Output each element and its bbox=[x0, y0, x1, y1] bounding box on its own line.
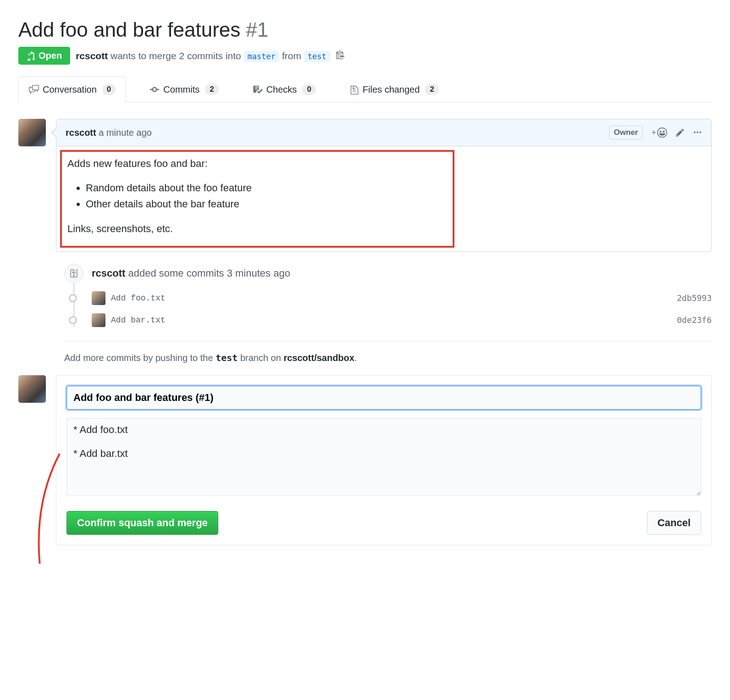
pencil-icon[interactable] bbox=[675, 128, 685, 137]
commit-message[interactable]: Add foo.txt bbox=[111, 294, 671, 303]
commit-message[interactable]: Add bar.txt bbox=[111, 316, 671, 325]
pr-number: #1 bbox=[246, 18, 268, 41]
checklist-icon bbox=[253, 84, 263, 94]
avatar[interactable] bbox=[18, 119, 46, 146]
commit-dot-icon bbox=[69, 294, 77, 302]
add-reaction-button[interactable]: + bbox=[651, 128, 667, 138]
comment-body: Adds new features foo and bar: Random de… bbox=[56, 146, 711, 251]
bullet-foo: Random details about the foo feature bbox=[86, 180, 700, 196]
bullet-bar: Other details about the bar feature bbox=[86, 196, 700, 212]
head-branch[interactable]: test bbox=[304, 51, 330, 62]
repo-push-icon bbox=[64, 264, 83, 283]
commit-sha[interactable]: 2db5993 bbox=[677, 293, 712, 303]
owner-badge: Owner bbox=[609, 126, 643, 139]
tab-bar: Conversation 0 Commits 2 Checks 0 Files … bbox=[18, 76, 712, 102]
file-diff-icon bbox=[350, 84, 359, 94]
timeline-events: rcscott added some commits 3 minutes ago… bbox=[64, 264, 712, 327]
tab-commits-label: Commits bbox=[163, 84, 199, 95]
avatar[interactable] bbox=[18, 375, 46, 403]
comment-header: rcscott a minute ago Owner + bbox=[56, 119, 711, 146]
tab-commits[interactable]: Commits 2 bbox=[139, 76, 229, 102]
commit-row: Add bar.txt 0de23f6 bbox=[64, 313, 712, 327]
tab-checks-label: Checks bbox=[266, 84, 297, 95]
pr-description: rcscott a minute ago Owner + Adds new fe… bbox=[18, 119, 712, 252]
tab-files-label: Files changed bbox=[363, 84, 420, 95]
copy-icon[interactable] bbox=[336, 50, 345, 61]
tab-conversation-label: Conversation bbox=[43, 84, 97, 95]
comment-author[interactable]: rcscott bbox=[66, 128, 96, 138]
state-badge: Open bbox=[18, 47, 70, 65]
commits-count: 2 bbox=[205, 84, 218, 95]
avatar[interactable] bbox=[92, 313, 105, 327]
files-count: 2 bbox=[425, 84, 438, 95]
base-branch[interactable]: master bbox=[244, 51, 279, 62]
pr-icon bbox=[27, 51, 36, 61]
push-hint: Add more commits by pushing to the test … bbox=[64, 341, 712, 363]
merge-form: Confirm squash and merge Cancel bbox=[18, 375, 712, 545]
state-label: Open bbox=[39, 50, 62, 61]
pr-author[interactable]: rcscott bbox=[76, 50, 108, 61]
commit-icon bbox=[149, 84, 160, 94]
checks-count: 0 bbox=[302, 84, 315, 95]
merge-summary: rcscott wants to merge 2 commits into ma… bbox=[76, 50, 330, 61]
comment-time: a minute ago bbox=[99, 128, 152, 138]
cancel-button[interactable]: Cancel bbox=[647, 511, 701, 535]
event-author[interactable]: rcscott bbox=[92, 267, 125, 279]
avatar[interactable] bbox=[92, 291, 105, 305]
tab-checks[interactable]: Checks 0 bbox=[242, 76, 326, 102]
tab-conversation[interactable]: Conversation 0 bbox=[18, 76, 126, 102]
pr-header: Add foo and bar features #1 bbox=[18, 18, 712, 41]
comment-discussion-icon bbox=[29, 84, 39, 94]
kebab-icon[interactable] bbox=[693, 128, 702, 137]
commit-dot-icon bbox=[69, 316, 77, 324]
confirm-merge-button[interactable]: Confirm squash and merge bbox=[66, 511, 218, 535]
pr-title: Add foo and bar features bbox=[18, 18, 240, 41]
pr-meta: Open rcscott wants to merge 2 commits in… bbox=[18, 47, 712, 65]
commit-row: Add foo.txt 2db5993 bbox=[64, 291, 712, 305]
tab-files[interactable]: Files changed 2 bbox=[339, 76, 449, 102]
conversation-count: 0 bbox=[102, 84, 116, 95]
event-text: added some commits 3 minutes ago bbox=[128, 267, 290, 279]
commit-sha[interactable]: 0de23f6 bbox=[677, 315, 712, 325]
merge-title-input[interactable] bbox=[66, 386, 701, 410]
smiley-icon bbox=[657, 128, 667, 138]
merge-body-input[interactable] bbox=[66, 418, 701, 496]
